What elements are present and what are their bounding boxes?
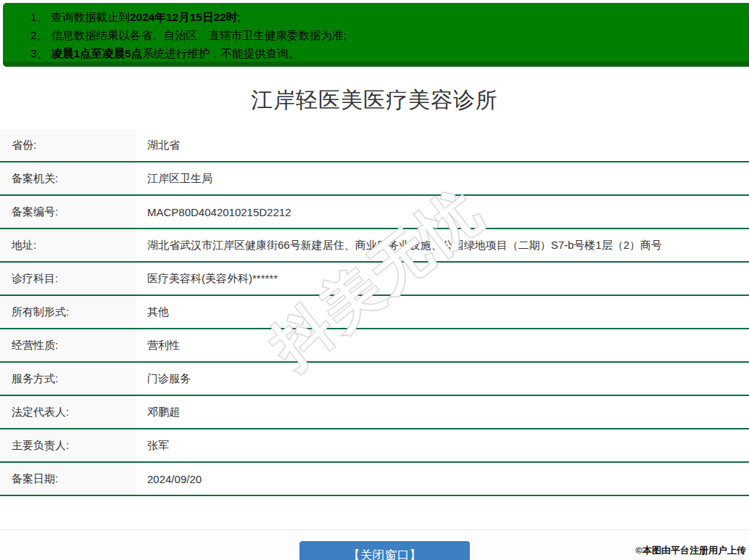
notice-2-pre: 2、 信息数据结果以各省、自治区、直辖市卫生健康委数据为准; [30, 29, 347, 41]
table-row-legal-representative: 法定代表人: 邓鹏超 [0, 396, 749, 429]
notice-line-1: 1、 查询数据截止到2024年12月15日22时; [30, 8, 742, 26]
row-label: 法定代表人: [0, 396, 136, 428]
row-value: 张军 [136, 429, 749, 461]
close-window-button[interactable]: 【关闭窗口】 [299, 541, 470, 560]
table-row-service-mode: 服务方式: 门诊服务 [0, 363, 749, 396]
row-value: MACP80D4042010215D2212 [136, 196, 749, 228]
row-label: 经营性质: [0, 329, 136, 361]
row-value: 邓鹏超 [136, 396, 749, 428]
row-label: 备案日期: [0, 463, 136, 495]
row-value: 门诊服务 [136, 363, 749, 395]
table-row-province: 省份: 湖北省 [0, 129, 749, 162]
table-row-registry-authority: 备案机关: 江岸区卫生局 [0, 162, 749, 196]
notice-1-bold: 2024年12月15日22时 [130, 11, 237, 23]
row-value: 2024/09/20 [136, 463, 749, 495]
row-label: 所有制形式: [0, 296, 136, 328]
row-value: 营利性 [136, 329, 749, 361]
row-label: 服务方式: [0, 363, 136, 395]
notice-3-post: 系统进行维护，不能提供查询。 [142, 47, 299, 59]
row-label: 主要负责人: [0, 429, 136, 461]
row-label: 省份: [0, 129, 136, 161]
row-value: 湖北省 [136, 129, 749, 161]
footer: 【关闭窗口】 ©本图由平台注册用户上传 [0, 530, 749, 560]
notice-banner: 1、 查询数据截止到2024年12月15日22时; 2、 信息数据结果以各省、自… [3, 3, 749, 67]
row-label: 备案编号: [0, 196, 136, 228]
notice-line-2: 2、 信息数据结果以各省、自治区、直辖市卫生健康委数据为准; [30, 26, 742, 44]
row-value: 江岸区卫生局 [136, 162, 749, 194]
row-value: 其他 [136, 296, 749, 328]
notice-3-pre: 3、 [30, 47, 51, 59]
row-label: 备案机关: [0, 162, 136, 194]
table-row-address: 地址: 湖北省武汉市江岸区健康街66号新建居住、商业服务业设施、公园绿地项目（二… [0, 229, 749, 263]
table-row-registry-number: 备案编号: MACP80D4042010215D2212 [0, 196, 749, 229]
table-row-registry-date: 备案日期: 2024/09/20 [0, 463, 749, 496]
notice-1-pre: 1、 查询数据截止到 [30, 11, 130, 23]
notice-1-post: ; [237, 11, 240, 23]
table-row-person-in-charge: 主要负责人: 张军 [0, 429, 749, 463]
copyright-note: ©本图由平台注册用户上传 [635, 544, 746, 557]
page: 1、 查询数据截止到2024年12月15日22时; 2、 信息数据结果以各省、自… [0, 0, 749, 560]
row-value: 湖北省武汉市江岸区健康街66号新建居住、商业服务业设施、公园绿地项目（二期）S7… [136, 229, 749, 261]
info-table: 省份: 湖北省 备案机关: 江岸区卫生局 备案编号: MACP80D404201… [0, 129, 749, 496]
notice-3-bold: 凌晨1点至凌晨5点 [51, 47, 142, 59]
row-label: 地址: [0, 229, 136, 261]
table-row-business-nature: 经营性质: 营利性 [0, 329, 749, 363]
table-row-ownership: 所有制形式: 其他 [0, 296, 749, 329]
row-value: 医疗美容科(美容外科)****** [136, 263, 749, 295]
table-row-departments: 诊疗科目: 医疗美容科(美容外科)****** [0, 263, 749, 296]
notice-line-3: 3、 凌晨1点至凌晨5点系统进行维护，不能提供查询。 [30, 44, 742, 62]
row-label: 诊疗科目: [0, 263, 136, 295]
page-title: 江岸轻医美医疗美容诊所 [0, 86, 749, 115]
